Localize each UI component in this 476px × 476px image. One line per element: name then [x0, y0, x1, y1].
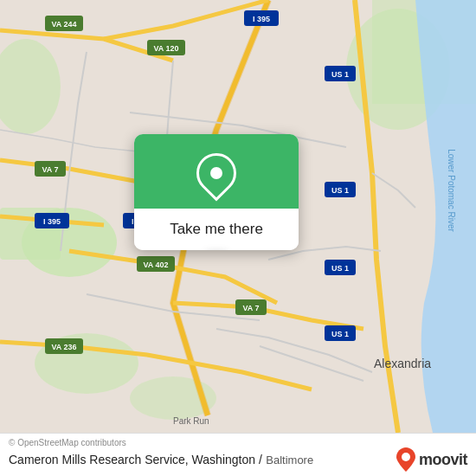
- svg-text:VA 120: VA 120: [153, 44, 178, 53]
- svg-text:Alexandria: Alexandria: [374, 357, 431, 370]
- location-popup[interactable]: Take me there: [134, 134, 299, 250]
- moovit-logo: moovit: [396, 447, 467, 472]
- location-name: Cameron Mills Research Service, Washingt…: [9, 453, 262, 466]
- svg-text:VA 402: VA 402: [143, 261, 168, 269]
- svg-point-37: [402, 453, 410, 461]
- svg-text:VA 7: VA 7: [242, 304, 259, 312]
- svg-text:I 395: I 395: [253, 15, 270, 23]
- bottom-bar: © OpenStreetMap contributors Cameron Mil…: [0, 433, 476, 476]
- svg-text:US 1: US 1: [331, 186, 349, 195]
- svg-text:I 395: I 395: [43, 217, 61, 226]
- svg-text:US 1: US 1: [331, 330, 349, 338]
- take-me-there-label: Take me there: [170, 221, 263, 238]
- svg-text:VA 7: VA 7: [42, 165, 58, 174]
- moovit-pin-icon: [396, 447, 415, 472]
- svg-text:US 1: US 1: [331, 264, 349, 273]
- popup-button[interactable]: Take me there: [134, 209, 299, 250]
- svg-text:VA 244: VA 244: [51, 20, 76, 29]
- location-sub: Baltimore: [266, 453, 313, 466]
- popup-header: [134, 134, 299, 209]
- svg-text:Park Run: Park Run: [173, 416, 209, 426]
- map-view: Lower Potomac River: [0, 0, 476, 433]
- map-attribution: © OpenStreetMap contributors: [9, 438, 467, 447]
- svg-text:Lower Potomac River: Lower Potomac River: [447, 149, 456, 232]
- location-pin-icon: [196, 153, 236, 193]
- moovit-label: moovit: [419, 451, 467, 469]
- svg-text:VA 236: VA 236: [51, 343, 76, 351]
- svg-text:US 1: US 1: [331, 70, 349, 79]
